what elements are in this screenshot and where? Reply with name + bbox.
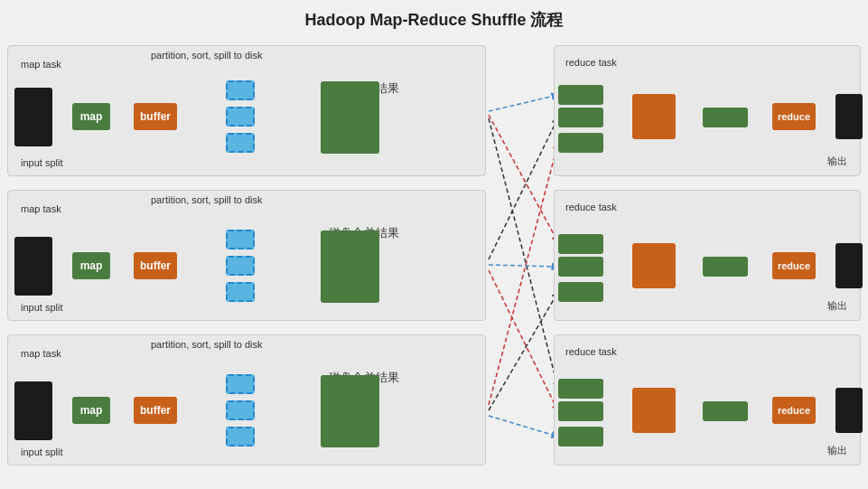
- svg-line-33: [489, 143, 558, 405]
- row3-reduce-task-label: reduce task: [565, 346, 617, 357]
- row2-map-task-label: map task: [21, 203, 61, 214]
- row3-input-split-label: input split: [21, 447, 62, 457]
- svg-line-30: [489, 118, 558, 259]
- row1r-green-mid: [558, 108, 603, 127]
- row1-blue-mid: [226, 107, 255, 127]
- row1-output-label: 输出: [827, 155, 847, 168]
- row1r-orange: [632, 94, 676, 139]
- row1-map-task-label: map task: [21, 59, 61, 70]
- svg-line-27: [489, 95, 558, 111]
- row1r-output-box: [835, 94, 863, 139]
- row2-input-split-label: input split: [21, 302, 62, 313]
- row1r-green-bot: [558, 133, 603, 153]
- row1r-green-top: [558, 85, 603, 105]
- row3-blue-top: [226, 374, 255, 394]
- svg-line-31: [489, 265, 558, 267]
- svg-line-28: [489, 115, 558, 242]
- row2r-green-top: [558, 234, 603, 254]
- row2r-output-box: [835, 243, 863, 288]
- row3-map-task-label: map task: [21, 348, 61, 359]
- row3r-green-top: [558, 379, 603, 399]
- row2-output-label: 输出: [827, 299, 847, 313]
- row2r-green-bot: [558, 282, 603, 302]
- row2r-green-mid: [558, 257, 603, 277]
- row1r-reduce-box: reduce: [772, 103, 816, 130]
- svg-line-34: [489, 292, 558, 410]
- svg-line-35: [489, 416, 558, 437]
- row3r-reduce-box: reduce: [772, 397, 816, 424]
- row3-buffer-box: buffer: [134, 397, 177, 424]
- row2-map-box: map: [72, 252, 110, 279]
- row2-blue-top: [226, 230, 255, 249]
- diagram-area: map task input split partition, sort, sp…: [0, 36, 868, 488]
- row3-output-label: 输出: [827, 444, 847, 457]
- row3r-output-box: [835, 388, 863, 433]
- row3r-green-bot: [558, 427, 603, 447]
- row2-buffer-box: buffer: [134, 252, 177, 279]
- row2r-orange: [632, 243, 676, 288]
- row2r-reduce-box: reduce: [772, 252, 816, 279]
- row1-blue-top: [226, 80, 255, 100]
- row1-blue-bot: [226, 133, 255, 153]
- row3-blue-bot: [226, 427, 255, 447]
- row3r-orange: [632, 388, 676, 433]
- row3-blue-mid: [226, 400, 255, 420]
- main-container: Hadoop Map-Reduce Shuffle 流程: [0, 0, 868, 489]
- row3-partition-label: partition, sort, spill to disk: [151, 339, 263, 350]
- row2-blue-mid: [226, 256, 255, 276]
- row3-map-box: map: [72, 397, 110, 424]
- page-title: Hadoop Map-Reduce Shuffle 流程: [0, 0, 868, 36]
- svg-line-29: [489, 118, 558, 389]
- row3-input-box: [14, 381, 52, 440]
- row1-merge-box: [321, 81, 379, 154]
- row2-merge-box: [321, 230, 379, 303]
- row1-buffer-box: buffer: [134, 103, 177, 130]
- row2r-reduce-green: [703, 257, 748, 277]
- row1-reduce-task-label: reduce task: [565, 57, 617, 68]
- row2-input-box: [14, 237, 52, 296]
- row1-input-box: [14, 88, 52, 146]
- svg-line-32: [489, 270, 558, 411]
- row3r-green-mid: [558, 401, 603, 421]
- row3-merge-box: [321, 375, 379, 447]
- row1r-reduce-green: [703, 108, 748, 127]
- row2-reduce-task-label: reduce task: [565, 202, 617, 212]
- row1-map-box: map: [72, 103, 110, 130]
- row2-blue-bot: [226, 282, 255, 302]
- row1-input-split-label: input split: [21, 157, 62, 168]
- row1-partition-label: partition, sort, spill to disk: [151, 50, 263, 61]
- row2-partition-label: partition, sort, spill to disk: [151, 194, 263, 205]
- row3r-reduce-green: [703, 401, 748, 421]
